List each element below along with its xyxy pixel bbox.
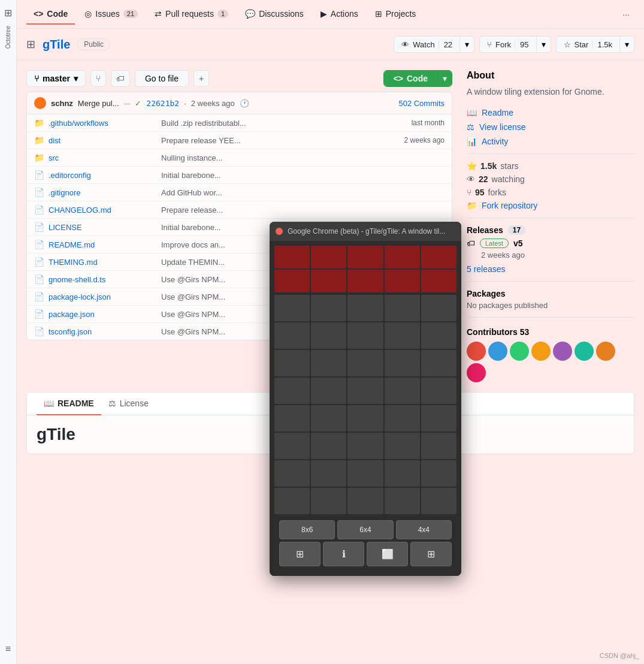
octotree-toggle[interactable]: ⊞: [2, 5, 14, 21]
release-version[interactable]: v5: [513, 239, 523, 248]
tile-cell[interactable]: [421, 460, 456, 487]
commit-hash[interactable]: 22621b2: [146, 99, 179, 108]
tile-cell[interactable]: [421, 378, 456, 404]
tile-cell[interactable]: [385, 460, 420, 487]
code-btn[interactable]: <> Code: [384, 71, 438, 86]
top-tile[interactable]: [385, 270, 420, 292]
tile-cell[interactable]: [274, 295, 310, 321]
tile-cell[interactable]: [311, 322, 346, 349]
tile-cell[interactable]: [311, 488, 346, 514]
add-btn[interactable]: +: [193, 70, 209, 87]
tile-cell[interactable]: [347, 350, 383, 376]
tile-cell[interactable]: [421, 405, 456, 431]
nav-discussions[interactable]: 💬 Discussions: [238, 4, 311, 25]
contributor-avatar[interactable]: [467, 363, 486, 382]
tile-cell[interactable]: [311, 460, 346, 487]
tile-cell[interactable]: [274, 350, 310, 376]
preset-6x4[interactable]: 6x4: [337, 520, 393, 539]
file-name[interactable]: gnome-shell.d.ts: [49, 275, 156, 284]
tile-cell[interactable]: [274, 460, 310, 487]
tile-cell[interactable]: [311, 350, 346, 376]
license-link[interactable]: ⚖ View license: [467, 122, 634, 132]
commit-author[interactable]: schnz: [51, 99, 73, 108]
top-tile[interactable]: [347, 270, 383, 292]
nav-actions[interactable]: ▶ Actions: [313, 4, 365, 25]
tile-cell[interactable]: [385, 378, 420, 404]
nav-pr[interactable]: ⇄ Pull requests 1: [147, 4, 235, 25]
preset-4x4[interactable]: 4x4: [396, 520, 452, 539]
top-tile[interactable]: [385, 246, 420, 268]
tile-cell[interactable]: [421, 433, 456, 459]
tile-cell[interactable]: [385, 295, 420, 321]
top-tile[interactable]: [274, 246, 310, 268]
fork-dropdown[interactable]: ▾: [537, 37, 551, 52]
popup-close-btn[interactable]: ×: [276, 228, 283, 235]
tile-cell[interactable]: [385, 405, 420, 431]
tile-cell[interactable]: [274, 433, 310, 459]
top-tile[interactable]: [311, 270, 346, 292]
tile-cell[interactable]: [347, 433, 383, 459]
file-name[interactable]: LICENSE: [49, 223, 156, 232]
top-tile[interactable]: [311, 246, 346, 268]
file-name[interactable]: .editorconfig: [49, 171, 156, 180]
file-name[interactable]: .gitignore: [49, 188, 156, 197]
tile-cell[interactable]: [311, 378, 346, 404]
tile-cell[interactable]: [421, 350, 456, 376]
tile-cell[interactable]: [347, 405, 383, 431]
fork-button[interactable]: ⑂ Fork 95: [480, 37, 536, 52]
contributor-avatar[interactable]: [510, 342, 529, 361]
nav-issues[interactable]: ◎ Issues 21: [77, 4, 145, 25]
nav-projects[interactable]: ⊞ Projects: [368, 4, 424, 25]
tile-cell[interactable]: [347, 295, 383, 321]
file-name[interactable]: CHANGELOG.md: [49, 206, 156, 215]
branch-selector[interactable]: ⑂ master ▾: [26, 70, 86, 87]
contributor-avatar[interactable]: [553, 342, 572, 361]
contributor-avatar[interactable]: [531, 342, 551, 361]
tile-cell[interactable]: [274, 378, 310, 404]
tile-cell[interactable]: [311, 433, 346, 459]
watch-button[interactable]: 👁 Watch 22: [394, 37, 460, 52]
star-button[interactable]: ☆ Star 1.5k: [557, 37, 620, 52]
tile-cell[interactable]: [385, 322, 420, 349]
file-name[interactable]: dist: [49, 136, 156, 145]
tile-cell[interactable]: [274, 322, 310, 349]
tile-cell[interactable]: [421, 322, 456, 349]
commit-count[interactable]: 502 Commits: [398, 99, 445, 108]
tab-license[interactable]: ⚖ License: [101, 393, 156, 415]
fork-repo-link[interactable]: 📁 Fork repository: [467, 201, 634, 210]
tile-cell[interactable]: [311, 295, 346, 321]
tile-cell[interactable]: [421, 295, 456, 321]
graph-btn[interactable]: ⑂: [90, 70, 106, 87]
file-name[interactable]: tsconfig.json: [49, 327, 156, 336]
tile-cell[interactable]: [347, 322, 383, 349]
code-dropdown[interactable]: ▾: [438, 71, 452, 86]
top-tile[interactable]: [421, 270, 456, 292]
contributor-avatar[interactable]: [575, 342, 594, 361]
contributor-avatar[interactable]: [467, 342, 486, 361]
file-name[interactable]: README.md: [49, 240, 156, 249]
action-left-split-btn[interactable]: ⬜: [367, 542, 408, 566]
file-name[interactable]: THEMING.md: [49, 258, 156, 267]
tile-cell[interactable]: [421, 488, 456, 514]
tile-cell[interactable]: [274, 405, 310, 431]
tab-readme[interactable]: 📖 README: [37, 393, 101, 415]
tile-cell[interactable]: [385, 350, 420, 376]
top-tile[interactable]: [274, 270, 310, 292]
file-name[interactable]: .github/workflows: [49, 119, 156, 128]
star-dropdown[interactable]: ▾: [620, 37, 634, 52]
file-name[interactable]: src: [49, 153, 156, 162]
contributor-avatar[interactable]: [488, 342, 507, 361]
preset-8x6[interactable]: 8x6: [279, 520, 335, 539]
tile-cell[interactable]: [347, 378, 383, 404]
all-releases-link[interactable]: 5 releases: [467, 264, 634, 274]
nav-more[interactable]: ···: [618, 7, 634, 22]
tile-cell[interactable]: [385, 433, 420, 459]
top-tile[interactable]: [421, 246, 456, 268]
top-tile[interactable]: [347, 246, 383, 268]
action-grid-btn[interactable]: ⊞: [410, 542, 452, 566]
readme-link[interactable]: 📖 Readme: [467, 108, 634, 117]
octotree-menu[interactable]: ≡: [5, 644, 11, 654]
watch-dropdown[interactable]: ▾: [460, 37, 474, 52]
file-name[interactable]: package-lock.json: [49, 292, 156, 301]
tile-cell[interactable]: [311, 405, 346, 431]
